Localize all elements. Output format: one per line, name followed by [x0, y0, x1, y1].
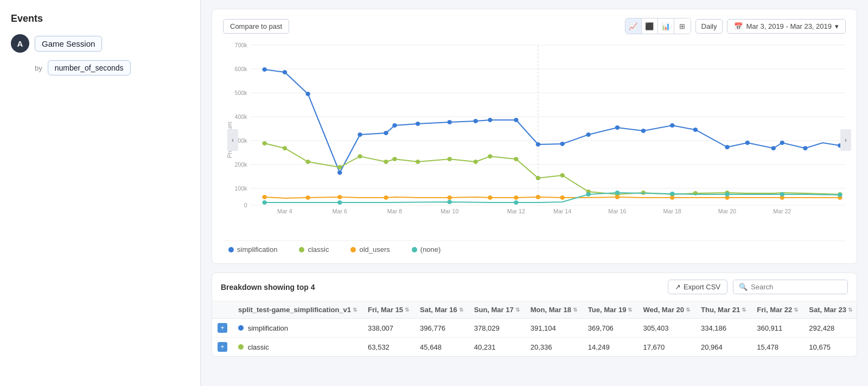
th-mar15[interactable]: Fri, Mar 15⇅ [362, 301, 414, 319]
chart-svg: 700k 600k 500k 400k 300k 200k 100k 0 Mar… [233, 40, 846, 213]
table-row: + classic 63,532 45,648 40,231 20,336 14… [212, 338, 857, 357]
calendar-icon: 📅 [734, 22, 743, 30]
bar-chart-button[interactable]: 📊 [658, 18, 674, 34]
cell-mar19-c: 14,249 [583, 338, 638, 357]
svg-point-61 [473, 160, 478, 164]
cell-mar23-c: 10,675 [803, 338, 857, 357]
th-mar20[interactable]: Wed, Mar 20⇅ [637, 301, 695, 319]
svg-point-92 [615, 191, 620, 195]
daily-button[interactable]: Daily [695, 19, 723, 34]
svg-text:Mar 4: Mar 4 [277, 208, 292, 213]
property-tag[interactable]: number_of_seconds [48, 60, 131, 75]
svg-point-75 [337, 195, 342, 199]
cell-mar20-s: 305,403 [637, 319, 695, 338]
by-label: by [35, 64, 42, 72]
search-icon: 🔍 [739, 283, 748, 291]
svg-text:Mar 8: Mar 8 [387, 208, 402, 213]
th-mar16[interactable]: Sat, Mar 16⇅ [414, 301, 469, 319]
svg-point-76 [384, 195, 388, 200]
export-icon: ↗ [675, 283, 681, 291]
cell-mar17-c: 40,231 [469, 338, 525, 357]
cell-mar16-c: 45,648 [414, 338, 469, 357]
legend-item-old-users: old_users [350, 245, 390, 254]
svg-text:Mar 16: Mar 16 [608, 208, 626, 213]
search-input-wrap: 🔍 [733, 280, 848, 294]
chart-nav-left[interactable]: ‹ [227, 129, 238, 151]
th-name[interactable]: split_test-game_simplification_v1 ⇅ [233, 301, 362, 319]
svg-text:Mar 18: Mar 18 [663, 208, 681, 213]
svg-point-62 [488, 154, 493, 159]
svg-point-56 [358, 154, 362, 159]
area-chart-button[interactable]: ⬛ [642, 18, 658, 34]
date-range-button[interactable]: 📅 Mar 3, 2019 - Mar 23, 2019 ▾ [727, 19, 846, 34]
table-chart-button[interactable]: ⊞ [674, 18, 691, 34]
chevron-down-icon: ▾ [835, 22, 839, 30]
legend-label-old-users: old_users [359, 245, 390, 254]
svg-point-54 [305, 160, 310, 164]
th-name-label: split_test-game_simplification_v1 [238, 306, 351, 314]
cell-mar21-s: 334,186 [695, 319, 751, 338]
svg-point-47 [745, 141, 750, 145]
th-mar22[interactable]: Fri, Mar 22⇅ [751, 301, 803, 319]
svg-point-60 [448, 157, 452, 161]
svg-point-93 [670, 192, 675, 196]
row-name-cell: simplification [233, 319, 362, 338]
th-mar23[interactable]: Sat, Mar 23⇅ [803, 301, 857, 319]
date-range-label: Mar 3, 2019 - Mar 23, 2019 [746, 22, 832, 30]
svg-text:500k: 500k [235, 90, 248, 96]
svg-point-64 [536, 176, 541, 180]
svg-text:Mar 20: Mar 20 [718, 208, 736, 213]
svg-point-89 [448, 200, 452, 204]
svg-point-42 [615, 125, 620, 130]
svg-text:Mar 10: Mar 10 [441, 208, 458, 213]
th-mar21[interactable]: Thu, Mar 21⇅ [695, 301, 751, 319]
table-card: Breakdown showing top 4 ↗ Export CSV 🔍 [212, 273, 857, 357]
cell-mar22-s: 360,911 [751, 319, 803, 338]
legend-label-classic: classic [308, 245, 329, 254]
event-name-tag[interactable]: Game Session [35, 36, 102, 52]
legend-item-classic: classic [299, 245, 329, 254]
avatar: A [11, 34, 29, 53]
svg-point-30 [337, 170, 342, 175]
svg-text:Mar 6: Mar 6 [333, 208, 347, 213]
export-csv-button[interactable]: ↗ Export CSV [668, 280, 727, 294]
chart-plot: ‹ 700k 600k 500k 400k 300k [233, 40, 846, 241]
svg-point-90 [514, 200, 519, 205]
th-mar17[interactable]: Sun, Mar 17⇅ [469, 301, 525, 319]
svg-text:Mar 14: Mar 14 [553, 208, 571, 213]
legend-label-none: (none) [420, 245, 441, 254]
svg-point-87 [262, 200, 267, 205]
row-name-classic: classic [248, 343, 269, 351]
expand-row-button[interactable]: + [218, 323, 227, 333]
cell-mar16-s: 396,776 [414, 319, 469, 338]
th-mar19[interactable]: Tue, Mar 19⇅ [583, 301, 638, 319]
legend-dot-simplification [228, 247, 234, 252]
svg-point-79 [514, 195, 519, 200]
chart-right-tools: 📈 ⬛ 📊 ⊞ Daily 📅 Mar 3, 2019 - Mar 23, 20… [625, 18, 846, 34]
svg-point-45 [693, 128, 698, 132]
event-row: A Game Session [11, 34, 189, 53]
table-actions: ↗ Export CSV 🔍 [668, 280, 848, 294]
data-table: split_test-game_simplification_v1 ⇅ Fri,… [212, 301, 857, 356]
expand-row-2-button[interactable]: + [218, 342, 227, 352]
expand-cell-2: + [212, 338, 233, 357]
th-mar18[interactable]: Mon, Mar 18⇅ [525, 301, 583, 319]
svg-point-36 [473, 119, 478, 123]
compare-button[interactable]: Compare to past [223, 19, 289, 34]
svg-point-31 [358, 132, 362, 137]
search-input[interactable] [751, 283, 842, 291]
table-header-row: split_test-game_simplification_v1 ⇅ Fri,… [212, 301, 857, 319]
svg-point-52 [262, 141, 267, 145]
svg-point-33 [392, 123, 397, 128]
svg-point-40 [560, 142, 565, 146]
svg-point-35 [448, 120, 452, 124]
cell-mar20-c: 17,670 [637, 338, 695, 357]
svg-text:400k: 400k [235, 114, 248, 120]
svg-text:0: 0 [244, 203, 247, 208]
svg-point-57 [384, 160, 388, 164]
chart-nav-right[interactable]: › [840, 129, 851, 151]
svg-point-80 [536, 195, 541, 199]
cell-mar21-c: 20,964 [695, 338, 751, 357]
legend-item-simplification: simplification [228, 245, 277, 254]
line-chart-button[interactable]: 📈 [626, 18, 642, 34]
